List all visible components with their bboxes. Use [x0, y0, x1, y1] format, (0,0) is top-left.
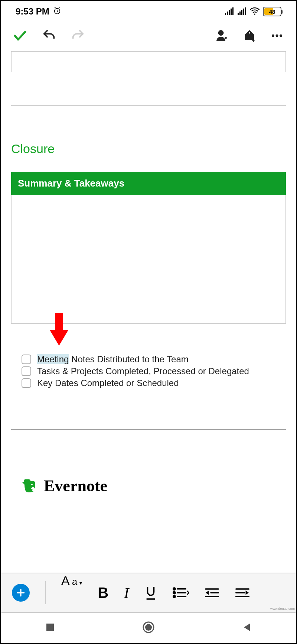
svg-point-3 [272, 35, 274, 37]
italic-button[interactable]: I [124, 573, 129, 612]
undo-button[interactable] [41, 27, 57, 44]
svg-point-7 [31, 484, 33, 485]
watermark: www.deuaq.com [270, 607, 295, 611]
svg-point-5 [280, 35, 282, 37]
outdent-button[interactable] [235, 573, 250, 612]
alarm-icon [53, 7, 61, 16]
status-time: 9:53 PM [16, 6, 49, 17]
add-person-button[interactable] [214, 27, 230, 44]
checkbox-icon[interactable] [22, 355, 31, 364]
bold-button[interactable]: B [98, 573, 108, 612]
check-row[interactable]: Key Dates Completed or Scheduled [22, 378, 286, 388]
evernote-elephant-icon [21, 477, 39, 495]
recents-button[interactable] [45, 622, 55, 634]
annotation-arrow-icon [49, 312, 69, 346]
app-toolbar [1, 21, 296, 51]
format-toolbar: Aa▾ B I [1, 573, 296, 613]
underline-button[interactable] [144, 573, 157, 612]
svg-point-11 [173, 592, 175, 593]
check-text[interactable]: Key Dates Completed or Scheduled [37, 378, 179, 388]
check-row[interactable]: Meeting Notes Distributed to the Team [22, 354, 286, 365]
check-text[interactable]: Tasks & Projects Completed, Processed or… [37, 366, 249, 376]
text-style-button[interactable]: Aa▾ [61, 573, 82, 612]
svg-marker-6 [50, 313, 68, 346]
section-header[interactable]: Summary & Takeaways [11, 172, 286, 195]
checkbox-icon[interactable] [22, 366, 31, 376]
svg-point-1 [218, 30, 224, 36]
divider [45, 581, 46, 604]
section-title[interactable]: Closure [11, 142, 286, 156]
list-button[interactable] [173, 573, 189, 612]
more-button[interactable] [269, 27, 285, 44]
svg-point-13 [173, 596, 175, 598]
svg-point-2 [249, 32, 250, 33]
wifi-icon [249, 7, 260, 16]
check-text[interactable]: Meeting Notes Distributed to the Team [37, 354, 189, 365]
svg-point-4 [276, 35, 278, 37]
signal-2-icon [237, 7, 247, 16]
battery-icon: 48 [263, 7, 281, 16]
note-content[interactable]: Closure Summary & Takeaways Meeting Note… [1, 51, 296, 495]
check-row[interactable]: Tasks & Projects Completed, Processed or… [22, 366, 286, 376]
back-button[interactable] [242, 622, 252, 634]
checkbox-icon[interactable] [22, 378, 31, 388]
svg-point-23 [145, 624, 152, 631]
brand-logo: Evernote [21, 476, 286, 495]
add-tag-button[interactable] [241, 27, 258, 44]
android-nav-bar [1, 613, 296, 643]
svg-point-9 [173, 588, 175, 590]
signal-1-icon [224, 7, 234, 16]
redo-button[interactable] [70, 27, 86, 44]
divider [11, 106, 286, 106]
section-body[interactable] [11, 195, 286, 324]
brand-name: Evernote [44, 476, 107, 495]
indent-button[interactable] [205, 573, 219, 612]
home-button[interactable] [142, 621, 155, 635]
divider [11, 429, 286, 430]
done-button[interactable] [12, 27, 28, 44]
insert-button[interactable] [12, 584, 30, 602]
empty-textbox[interactable] [11, 51, 286, 72]
svg-rect-21 [46, 624, 54, 631]
status-bar: 9:53 PM 48 [1, 1, 296, 21]
checklist[interactable]: Meeting Notes Distributed to the Team Ta… [22, 354, 286, 388]
